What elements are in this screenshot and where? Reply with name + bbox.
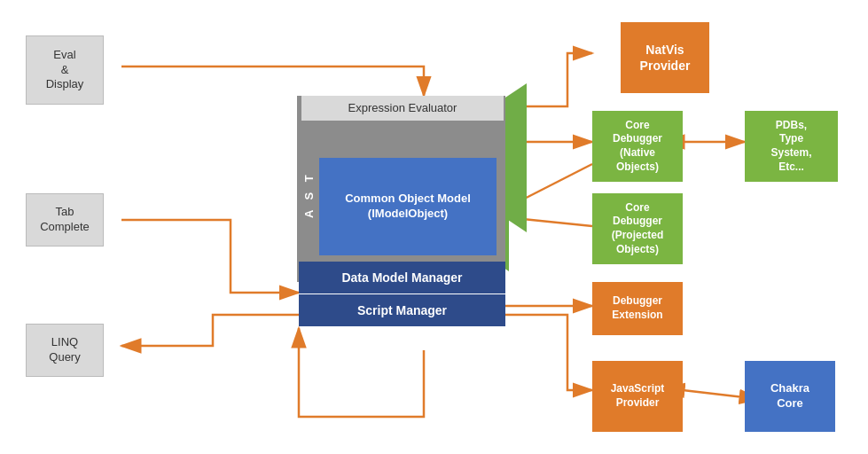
core-debugger-native-box: Core Debugger (Native Objects) (592, 111, 683, 182)
svg-line-6 (505, 217, 592, 226)
expression-evaluator-label: Expression Evaluator (301, 96, 504, 121)
pdbs-box: PDBs, Type System, Etc... (745, 111, 838, 182)
diagram: Expression Evaluator A S T Common Object… (0, 0, 868, 454)
common-object-model-box: Common Object Model (IModelObject) (319, 158, 497, 255)
ast-label: A S T (298, 124, 319, 266)
eval-display-box: Eval & Display (26, 35, 104, 105)
chakra-core-box: Chakra Core (745, 361, 835, 432)
debugger-extension-box: Debugger Extension (592, 282, 683, 335)
core-debugger-projected-box: Core Debugger (Projected Objects) (592, 193, 683, 264)
tab-complete-box: Tab Complete (26, 193, 104, 247)
natvis-provider-box: NatVis Provider (621, 22, 709, 93)
script-manager-box: Script Manager (299, 294, 505, 326)
linq-query-box: LINQ Query (26, 324, 104, 377)
data-model-manager-box: Data Model Manager (299, 262, 505, 294)
javascript-provider-box: JavaScript Provider (592, 361, 683, 432)
svg-line-5 (505, 164, 592, 208)
